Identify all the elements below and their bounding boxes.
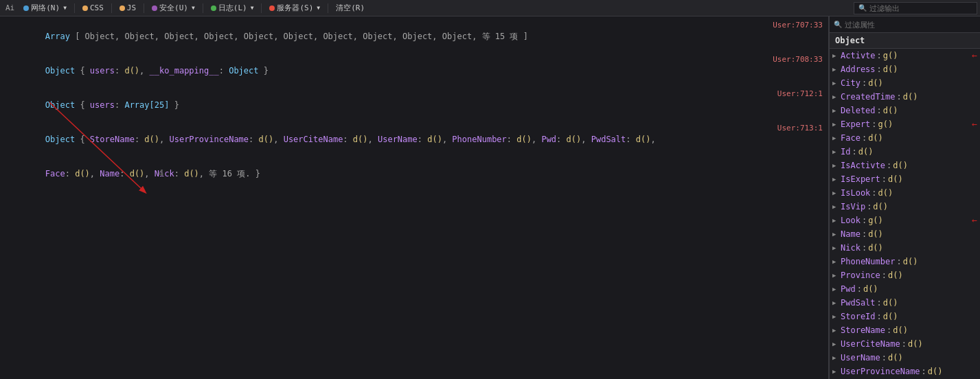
prop-separator: : (867, 201, 871, 212)
prop-expand-arrow[interactable]: ▶ (832, 311, 836, 322)
prop-value: d() (873, 201, 888, 212)
toolbar-security[interactable]: 安全(U) ▼ (148, 1, 198, 14)
prop-expand-arrow[interactable]: ▶ (832, 146, 836, 157)
props-header: Object (830, 33, 980, 49)
console-line-2[interactable]: Object { users: Array[25] } User:712:1 (0, 88, 828, 122)
prop-item[interactable]: ▶Province: d() (830, 268, 980, 282)
prop-expand-arrow[interactable]: ▶ (832, 160, 836, 171)
prop-expand-arrow[interactable]: ▶ (832, 352, 836, 363)
prop-item[interactable]: ▶Nick: d() (830, 241, 980, 255)
prop-separator: : (862, 215, 867, 226)
prop-key: Address (841, 64, 876, 75)
console-search-input[interactable] (869, 4, 972, 12)
prop-item[interactable]: ▶IsActivte: d() (830, 159, 980, 172)
prop-item[interactable]: ▶Look: g()← (830, 214, 980, 227)
toolbar-css[interactable]: CSS (79, 2, 107, 14)
console-search-box[interactable]: 🔍 (854, 2, 977, 14)
prop-value: g() (878, 119, 893, 130)
prop-separator: : (877, 105, 882, 116)
toolbar-network[interactable]: 网络(N) ▼ (20, 1, 70, 14)
prop-separator: : (882, 270, 887, 281)
prop-expand-arrow[interactable]: ▶ (832, 256, 836, 267)
toolbar-log-label: 日志(L) (218, 3, 247, 13)
toolbar: Ai 网络(N) ▼ CSS JS 安全(U) ▼ 日志(L) ▼ 服务器(S)… (0, 0, 980, 16)
prop-separator: : (877, 64, 882, 75)
props-search-bar[interactable]: 🔍 (830, 16, 980, 33)
prop-key: StoreName (841, 325, 885, 336)
prop-expand-arrow[interactable]: ▶ (832, 325, 836, 336)
prop-item[interactable]: ▶Expert: g()← (830, 117, 980, 131)
prop-expand-arrow[interactable]: ▶ (832, 297, 836, 308)
prop-key: PhoneNumber (841, 256, 895, 267)
prop-item[interactable]: ▶UserName: d() (830, 351, 980, 365)
sep-2 (111, 3, 112, 13)
js-dot (119, 5, 125, 11)
console-line-4[interactable]: Face: d(), Name: d(), Nick: d(), 等 16 项.… (0, 157, 828, 191)
prop-expand-arrow[interactable]: ▶ (832, 229, 836, 240)
prop-expand-arrow[interactable]: ▶ (832, 105, 836, 116)
app-logo: Ai (3, 3, 17, 12)
prop-key: Nick (841, 242, 861, 253)
console-panel[interactable]: Array [ Object, Object, Object, Object, … (0, 16, 829, 379)
network-dot (23, 5, 29, 11)
toolbar-server[interactable]: 服务器(S) ▼ (266, 1, 323, 14)
toolbar-js[interactable]: JS (116, 2, 139, 14)
prop-item[interactable]: ▶UserProvinceName: d() (830, 365, 980, 378)
prop-item[interactable]: ▶StoreName: d() (830, 323, 980, 337)
prop-expand-arrow[interactable]: ▶ (832, 187, 836, 198)
prop-item[interactable]: ▶Activte: g()← (830, 49, 980, 62)
prop-key: UserCiteName (841, 338, 900, 349)
prop-expand-arrow[interactable]: ▶ (832, 242, 836, 253)
props-search-input[interactable] (845, 21, 976, 29)
prop-item[interactable]: ▶Deleted: d() (830, 104, 980, 117)
prop-expand-arrow[interactable]: ▶ (832, 78, 836, 89)
prop-key: Deleted (841, 105, 876, 116)
toolbar-log[interactable]: 日志(L) ▼ (207, 1, 258, 14)
prop-expand-arrow[interactable]: ▶ (832, 270, 836, 281)
toolbar-clear[interactable]: 清空(R) (332, 1, 368, 14)
prop-separator: : (896, 256, 901, 267)
prop-expand-arrow[interactable]: ▶ (832, 338, 836, 349)
toolbar-server-label: 服务器(S) (277, 3, 313, 13)
prop-key: UserName (841, 352, 880, 363)
prop-item[interactable]: ▶PwdSalt: d() (830, 296, 980, 310)
prop-item[interactable]: ▶Name: d() (830, 227, 980, 241)
console-line-1[interactable]: Object { users: d(), __ko_mapping__: Obj… (0, 54, 828, 88)
prop-item[interactable]: ▶StoreId: d() (830, 310, 980, 323)
prop-expand-arrow[interactable]: ▶ (832, 284, 836, 295)
prop-item[interactable]: ▶PhoneNumber: d() (830, 255, 980, 268)
prop-separator: : (922, 366, 926, 377)
prop-separator: : (862, 229, 867, 240)
prop-expand-arrow[interactable]: ▶ (832, 201, 836, 212)
prop-item[interactable]: ▶IsVip: d() (830, 200, 980, 214)
prop-expand-arrow[interactable]: ▶ (832, 133, 836, 143)
toolbar-network-label: 网络(N) (31, 3, 60, 13)
prop-expand-arrow[interactable]: ▶ (832, 119, 836, 130)
prop-item[interactable]: ▶City: d() (830, 76, 980, 90)
prop-expand-arrow[interactable]: ▶ (832, 215, 836, 226)
prop-expand-arrow[interactable]: ▶ (832, 91, 836, 102)
prop-value: d() (858, 146, 874, 157)
prop-item[interactable]: ▶Id: d() (830, 145, 980, 159)
prop-item[interactable]: ▶IsExpert: d() (830, 172, 980, 186)
prop-expand-arrow[interactable]: ▶ (832, 64, 836, 75)
console-search-icon: 🔍 (858, 4, 867, 12)
prop-item[interactable]: ▶Face: d() (830, 131, 980, 145)
prop-expand-arrow[interactable]: ▶ (832, 174, 836, 185)
prop-value: d() (928, 366, 943, 377)
props-list: ▶Activte: g()←▶Address: d()▶City: d()▶Cr… (830, 49, 980, 379)
prop-key: Activte (841, 50, 876, 61)
prop-expand-arrow[interactable]: ▶ (832, 366, 836, 377)
prop-separator: : (857, 284, 862, 295)
prop-expand-arrow[interactable]: ▶ (832, 50, 836, 61)
console-line-3[interactable]: Object { StoreName: d(), UserProvinceNam… (0, 122, 828, 157)
prop-item[interactable]: ▶UserCiteName: d() (830, 337, 980, 351)
prop-item[interactable]: ▶Address: d() (830, 62, 980, 76)
prop-key: Pwd (841, 284, 856, 295)
prop-item[interactable]: ▶Pwd: d() (830, 282, 980, 296)
console-line-0[interactable]: Array [ Object, Object, Object, Object, … (0, 19, 828, 54)
prop-value: d() (893, 325, 908, 336)
prop-item[interactable]: ▶IsLook: d() (830, 186, 980, 200)
red-arrow-indicator: ← (972, 215, 977, 226)
prop-item[interactable]: ▶CreatedTime: d() (830, 90, 980, 104)
